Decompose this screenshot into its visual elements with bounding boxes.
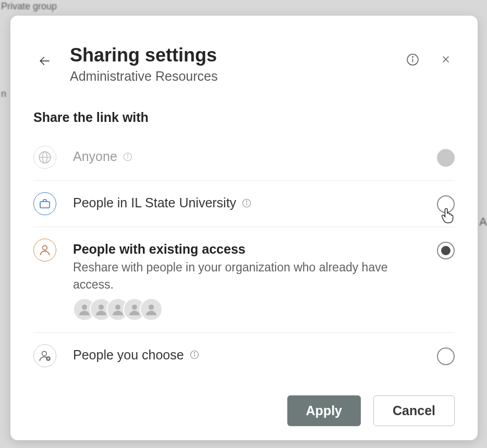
option-label-text: People you choose [73, 347, 184, 363]
option-label-text: People with existing access [73, 242, 246, 257]
close-button[interactable] [437, 51, 455, 68]
radio-org[interactable] [437, 195, 455, 213]
options-list: Anyone People in IL State University [10, 134, 478, 378]
option-org[interactable]: People in IL State University [33, 181, 455, 227]
option-label-choose: People you choose [73, 347, 420, 363]
svg-point-13 [82, 304, 87, 309]
info-inline-org[interactable] [241, 198, 252, 208]
option-anyone: Anyone [33, 134, 455, 181]
svg-point-7 [127, 155, 128, 155]
svg-point-12 [43, 246, 47, 251]
option-label-anyone: Anyone [73, 149, 420, 164]
globe-icon [38, 151, 52, 164]
background-text-right: A [479, 215, 487, 229]
avatar-placeholder-icon [143, 302, 159, 317]
svg-point-15 [115, 304, 120, 309]
header-actions [404, 51, 455, 68]
avatar-stack [73, 298, 420, 321]
option-label-text: People in IL State University [73, 195, 236, 210]
arrow-left-icon [37, 53, 53, 69]
option-label-existing: People with existing access [73, 242, 420, 257]
option-label-org: People in IL State University [73, 195, 420, 210]
svg-point-2 [412, 56, 413, 57]
briefcase-icon [39, 197, 51, 210]
info-icon [242, 198, 251, 208]
option-choose[interactable]: People you choose [33, 333, 455, 379]
option-icon-wrap-choose [33, 344, 56, 367]
info-button[interactable] [404, 51, 421, 68]
option-label-text: Anyone [73, 149, 117, 164]
dialog-footer: Apply Cancel [10, 379, 478, 448]
radio-existing[interactable] [437, 242, 455, 259]
svg-point-11 [247, 201, 247, 202]
dialog-header: Sharing settings Administrative Resource… [10, 16, 478, 94]
dialog-title: Sharing settings [70, 44, 390, 66]
option-body-choose: People you choose [73, 344, 420, 363]
svg-point-22 [194, 353, 194, 353]
person-icon [38, 243, 52, 257]
option-icon-wrap-anyone [33, 146, 56, 169]
info-icon [190, 350, 199, 359]
option-icon-wrap-org [33, 192, 56, 215]
cancel-button[interactable]: Cancel [373, 395, 455, 426]
info-icon [406, 53, 419, 66]
svg-point-17 [149, 304, 154, 309]
sharing-settings-dialog: Sharing settings Administrative Resource… [10, 16, 478, 440]
title-block: Sharing settings Administrative Resource… [70, 44, 390, 84]
background-text-left: n [1, 89, 6, 99]
dialog-subtitle: Administrative Resources [70, 69, 390, 84]
option-body-org: People in IL State University [73, 192, 420, 210]
option-body-anyone: Anyone [73, 146, 420, 164]
section-title: Share the link with [10, 94, 478, 134]
radio-choose[interactable] [437, 347, 455, 365]
option-existing[interactable]: People with existing access Reshare with… [33, 227, 455, 332]
close-icon [440, 54, 452, 65]
option-desc-existing: Reshare with people in your organization… [73, 259, 420, 292]
svg-rect-8 [40, 202, 50, 208]
option-body-existing: People with existing access Reshare with… [73, 239, 420, 320]
radio-anyone [437, 149, 455, 167]
svg-point-18 [42, 351, 47, 356]
svg-point-16 [132, 304, 137, 309]
background-text-top: Private group [1, 1, 57, 12]
option-icon-wrap-existing [33, 239, 56, 262]
info-inline-choose[interactable] [189, 350, 200, 360]
avatar [140, 298, 163, 321]
person-add-icon [38, 349, 52, 363]
info-icon [123, 152, 132, 161]
apply-button[interactable]: Apply [287, 395, 361, 426]
back-button[interactable] [33, 49, 56, 72]
svg-point-14 [99, 304, 104, 309]
info-inline-anyone [123, 152, 133, 162]
